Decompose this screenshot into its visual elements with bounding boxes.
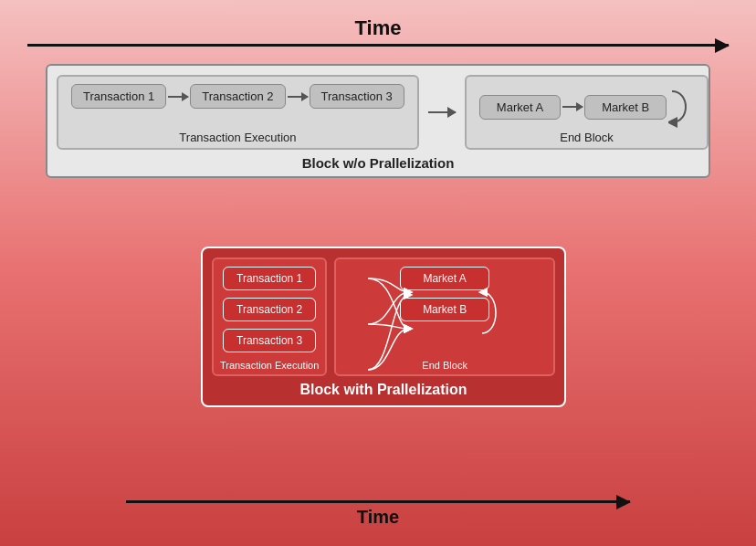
market-b-box: Market B [584, 95, 667, 120]
btx1: Transaction 1 [223, 267, 316, 290]
btx2: Transaction 2 [223, 298, 316, 321]
tx-execution-label: Transaction Execution [58, 131, 417, 144]
bottom-tx-label: Transaction Execution [214, 360, 325, 371]
arrow-ma-mb [562, 106, 583, 108]
top-diagram: Transaction 1 Transaction 2 Transaction … [46, 64, 710, 178]
time-arrow-bottom: Time [27, 500, 729, 528]
bottom-inner-row: Transaction 1 Transaction 2 Transaction … [212, 257, 555, 376]
market-row: Market A Market B [479, 84, 694, 130]
bmarket-b: Market B [400, 298, 489, 321]
top-diagram-footer: Block w/o Prallelization [57, 155, 699, 171]
time-label-top: Time [355, 16, 402, 40]
end-block-label: End Block [467, 131, 707, 144]
tx-execution-box: Transaction 1 Transaction 2 Transaction … [57, 75, 419, 150]
arrow-line-bottom [126, 500, 631, 503]
bottom-diagram: Transaction 1 Transaction 2 Transaction … [201, 247, 566, 407]
time-arrow-top: Time [27, 16, 729, 47]
btx3: Transaction 3 [223, 329, 316, 352]
bottom-end-block-box: Market A Market B End Block [334, 257, 555, 376]
top-diagram-inner: Transaction 1 Transaction 2 Transaction … [57, 75, 699, 150]
bottom-tx-execution-box: Transaction 1 Transaction 2 Transaction … [212, 257, 327, 376]
end-block-box: Market A Market B End Block [465, 75, 709, 150]
arrow-line-top [27, 44, 729, 47]
market-a-box: Market A [479, 95, 561, 120]
time-label-bottom: Time [357, 507, 399, 528]
big-arrow-tx-end [428, 111, 456, 113]
tx2-box: Transaction 2 [190, 84, 285, 109]
tx3-box: Transaction 3 [310, 84, 404, 109]
curved-end-arrow [668, 84, 694, 130]
tx1-box: Transaction 1 [71, 84, 166, 109]
bottom-footer: Block with Prallelization [212, 382, 555, 398]
tx-row: Transaction 1 Transaction 2 Transaction … [71, 84, 404, 109]
arrow-tx2-tx3 [288, 96, 308, 98]
bmarket-a: Market A [400, 267, 488, 290]
arrow-tx1-tx2 [168, 96, 188, 98]
bottom-end-label: End Block [336, 360, 553, 371]
